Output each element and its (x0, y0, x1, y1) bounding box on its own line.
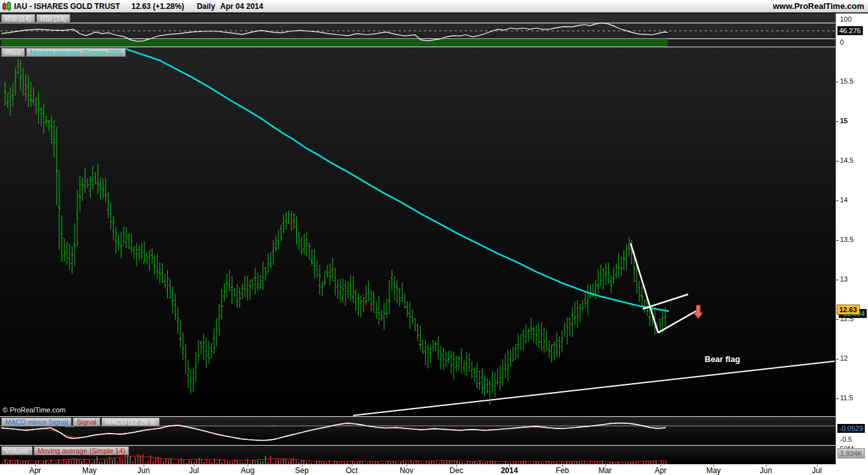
month-label: 2014 (501, 466, 518, 475)
month-label: Jul (189, 466, 198, 475)
price-axis-label: 15 (840, 117, 848, 124)
volume-chip[interactable]: Volume (1, 446, 33, 455)
axis-tick (836, 82, 839, 82)
prorealtime-chart-window: IAU - ISHARES GOLD TRUST 12.63 (+1.28%) … (0, 0, 868, 475)
axis-tick (836, 200, 839, 201)
rsi-plot[interactable] (0, 13, 835, 47)
month-label: Aug (241, 466, 254, 475)
month-label: May (82, 466, 97, 475)
macd-chip[interactable]: MACD (12 26 9) (101, 418, 160, 426)
price-axis-label: 11.5 (840, 394, 853, 402)
price-axis-label: 14 (840, 196, 848, 204)
signal-chip[interactable]: Signal (73, 418, 100, 426)
price-chip[interactable]: Price (1, 48, 25, 57)
volume-value-tag: 1,934K (837, 448, 865, 458)
month-label: Jun (760, 466, 772, 475)
volume-pane[interactable]: Volume Moving average (Simple 14) (0, 446, 835, 464)
rsi-indicator-chip[interactable]: RSI (14) (1, 14, 35, 23)
price-axis-column[interactable]: 100 46.276 0 15.51514.51413.51312.51211.… (835, 13, 868, 465)
month-label: Oct (346, 466, 358, 475)
ma200-chip[interactable]: Moving average (Simple 200) (26, 48, 126, 57)
title-bar: IAU - ISHARES GOLD TRUST 12.63 (+1.28%) … (0, 0, 868, 13)
price-axis-label: 13 (840, 275, 848, 283)
axis-tick (836, 280, 839, 280)
month-label: Jul (812, 466, 821, 475)
price-axis-label: 15.5 (840, 77, 853, 85)
candlestick-icon (2, 1, 12, 11)
time-axis[interactable]: AprMayJunJulAugSepOctNovDec2014FebMarApr… (0, 465, 868, 475)
month-label: Sep (295, 466, 308, 475)
price-pane[interactable]: Price Moving average (Simple 200) © ProR… (0, 47, 835, 416)
axis-tick (836, 319, 839, 320)
axis-tick (836, 240, 839, 241)
month-label: Nov (400, 466, 413, 475)
axis-tick (836, 398, 839, 399)
bear-flag-annotation[interactable]: Bear flag (705, 354, 740, 364)
rsi-pane[interactable]: RSI (14) RSI (14) (0, 13, 835, 47)
macd-minus-signal-chip[interactable]: MACD minus Signal (1, 418, 71, 426)
rsi-axis-100: 100 (840, 15, 851, 23)
last-price-tag: 12.63 (837, 305, 860, 315)
rsi-indicator-chip-2[interactable]: RSI (14) (36, 14, 70, 23)
month-label: Apr (655, 466, 667, 475)
rsi-value-tag: 46.276 (837, 26, 863, 35)
rsi-axis-0: 0 (840, 38, 844, 46)
month-label: Jun (137, 466, 149, 475)
price-axis-label: 13.5 (840, 236, 853, 243)
axis-tick (836, 359, 839, 359)
month-label: May (707, 466, 721, 475)
month-label: Feb (556, 466, 569, 475)
copyright-watermark: © ProRealTime.com (3, 406, 66, 414)
macd-pane[interactable]: MACD minus Signal Signal MACD (12 26 9) (0, 417, 835, 445)
last-quote: 12.63 (+1.28%) (131, 2, 184, 11)
macd-axis-level: -0.5 (840, 435, 852, 443)
macd-value-tag: -0.0529 (837, 424, 865, 433)
timeframe-label: Daily (197, 2, 215, 11)
volume-ma-chip[interactable]: Moving average (Simple 14) (34, 446, 130, 455)
symbol-name: IAU - ISHARES GOLD TRUST (14, 2, 120, 11)
axis-tick (836, 121, 839, 122)
prorealtime-link[interactable]: www.ProRealTime.com (773, 1, 864, 11)
price-axis-label: 12 (840, 354, 848, 362)
axis-tick (836, 161, 839, 162)
month-label: Dec (449, 466, 463, 475)
month-label: Apr (29, 466, 41, 475)
month-label: Mar (599, 466, 612, 475)
date-label: Apr 04 2014 (220, 2, 263, 11)
price-axis-label: 14.5 (840, 156, 853, 164)
